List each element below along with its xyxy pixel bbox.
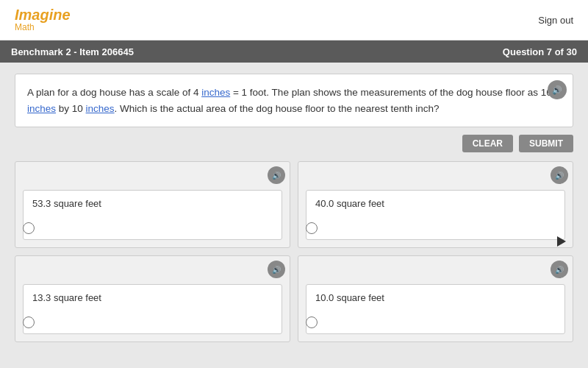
audio-button-choice-b[interactable]: 🔊: [551, 166, 568, 184]
main-content: A plan for a dog house has a scale of 4 …: [0, 63, 588, 353]
question-text: A plan for a dog house has a scale of 4 …: [27, 87, 552, 114]
choice-b-container: 🔊 40.0 square feet: [298, 161, 573, 248]
action-buttons: CLEAR SUBMIT: [15, 135, 573, 152]
audio-button-choice-c[interactable]: 🔊: [268, 261, 285, 278]
radio-choice-b[interactable]: [306, 222, 318, 234]
radio-choice-c[interactable]: [23, 316, 35, 328]
speaker-icon: 🔊: [555, 171, 564, 180]
choice-a-container: 🔊 53.3 square feet: [15, 161, 290, 248]
choice-d-text: 10.0 square feet: [306, 284, 565, 334]
speaker-icon: 🔊: [552, 85, 562, 95]
choice-b-text: 40.0 square feet: [306, 190, 565, 240]
choice-c-container: 🔊 13.3 square feet: [15, 255, 290, 342]
speaker-icon: 🔊: [555, 266, 564, 274]
logo-area: Imagine Math: [15, 7, 71, 32]
speaker-icon: 🔊: [272, 266, 281, 274]
question-box: A plan for a dog house has a scale of 4 …: [15, 74, 573, 127]
radio-choice-a[interactable]: [23, 222, 35, 234]
logo-imagine: Imagine: [15, 7, 71, 23]
sign-out-button[interactable]: Sign out: [538, 15, 573, 26]
choice-c-text: 13.3 square feet: [23, 284, 282, 334]
submit-button[interactable]: SUBMIT: [519, 135, 573, 152]
audio-button-question[interactable]: 🔊: [548, 80, 567, 99]
audio-button-choice-d[interactable]: 🔊: [551, 261, 568, 278]
speaker-icon: 🔊: [272, 171, 281, 180]
radio-choice-d[interactable]: [306, 316, 318, 328]
clear-button[interactable]: CLEAR: [462, 135, 513, 152]
benchmark-bar: Benchmark 2 - Item 206645 Question 7 of …: [0, 40, 588, 63]
question-count: Question 7 of 30: [503, 46, 577, 57]
cursor-indicator: [557, 236, 566, 247]
choice-d-container: 🔊 10.0 square feet: [298, 255, 573, 342]
choices-grid: 🔊 53.3 square feet 🔊 40.0 square feet 🔊 …: [15, 161, 573, 342]
benchmark-title: Benchmark 2 - Item 206645: [11, 46, 134, 57]
choice-a-text: 53.3 square feet: [23, 190, 282, 240]
audio-button-choice-a[interactable]: 🔊: [268, 166, 285, 184]
logo-math: Math: [15, 23, 71, 32]
header: Imagine Math Sign out: [0, 0, 588, 40]
